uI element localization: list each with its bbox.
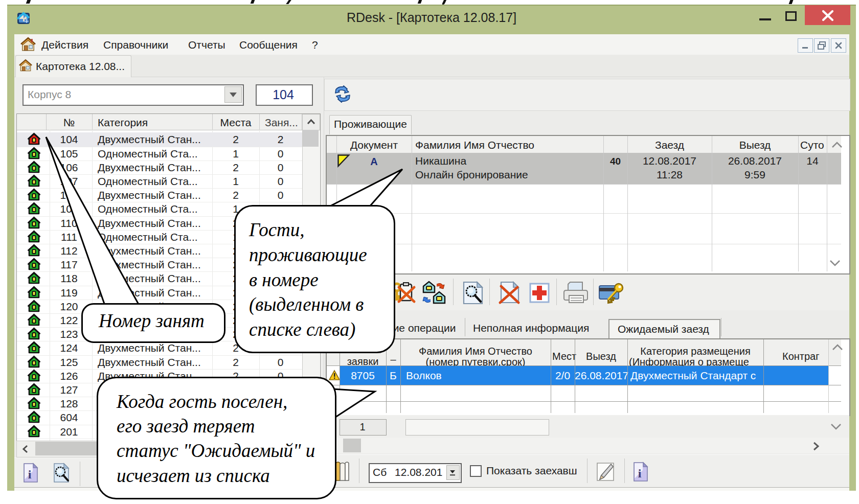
svg-text:i: i <box>638 467 642 480</box>
